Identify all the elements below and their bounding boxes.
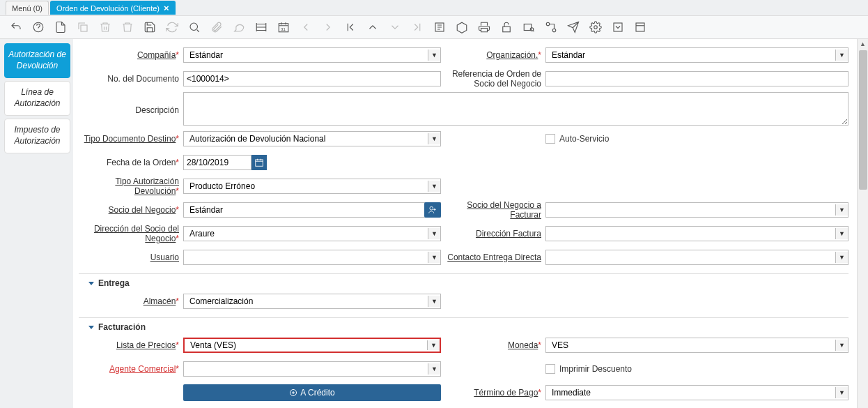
sidetab-autorizacion[interactable]: Autorización de Devolución [4,43,70,78]
fecha-orden-input[interactable] [183,155,251,170]
chevron-down-icon[interactable]: ▼ [835,252,848,263]
direccion-socio-input[interactable] [187,228,428,239]
socio-negocio-input[interactable] [187,204,423,216]
label-direccion-factura: Dirección Factura [441,229,545,239]
attachment-icon[interactable] [209,20,224,35]
chevron-down-icon[interactable]: ▼ [835,340,848,351]
send-icon[interactable] [566,20,581,35]
compania-field[interactable]: ▼ [183,47,441,63]
archive-icon[interactable] [454,20,470,35]
tipo-autorizacion-field[interactable]: ▼ [183,179,441,194]
chevron-down-icon[interactable]: ▼ [428,363,440,375]
checkbox-box[interactable] [545,134,555,144]
chevron-down-icon[interactable]: ▼ [428,133,440,144]
agente-comercial-input[interactable] [187,363,428,375]
scroll-thumb[interactable] [859,50,867,190]
delete-all-icon[interactable] [120,20,135,35]
chevron-down-icon[interactable]: ▼ [428,252,440,263]
lista-precios-input[interactable] [187,340,427,350]
moneda-field[interactable]: ▼ [545,338,848,353]
first-icon[interactable] [343,20,358,35]
tipo-doc-destino-field[interactable]: ▼ [183,131,441,146]
new-icon[interactable] [53,20,68,35]
label-lista-precios: Lista de Precios* [79,340,183,350]
section-entrega[interactable]: Entrega [79,273,848,291]
usuario-field[interactable]: ▼ [183,250,441,265]
a-credito-button[interactable]: A Crédito [183,384,441,401]
imprimir-descuento-label: Imprimir Descuento [559,364,632,374]
tipo-autorizacion-input[interactable] [187,181,428,192]
agente-comercial-field[interactable]: ▼ [183,361,441,377]
contacto-entrega-input[interactable] [549,252,835,263]
lista-precios-field[interactable]: ▼ [183,338,441,353]
tab-menu[interactable]: Menú (0) [6,1,49,15]
chevron-down-icon[interactable]: ▼ [428,296,440,307]
svg-point-10 [552,29,556,32]
checkbox-box[interactable] [545,364,555,374]
print-icon[interactable] [476,20,492,35]
scroll-up-icon[interactable]: ▲ [858,39,868,49]
socio-facturar-input[interactable] [549,204,835,216]
chat-icon[interactable] [231,20,247,35]
prev-icon[interactable] [298,20,313,35]
sidetab-linea[interactable]: Línea de Autorización [4,81,70,116]
almacen-input[interactable] [187,296,428,307]
organizacion-input[interactable] [549,50,835,61]
almacen-field[interactable]: ▼ [183,294,441,309]
chevron-down-icon[interactable]: ▼ [428,50,440,61]
sidetab-impuesto[interactable]: Impuesto de Autorización [4,119,70,153]
moneda-input[interactable] [549,340,835,351]
tab-orden-devolucion[interactable]: Orden de Devolución (Cliente) × [50,1,176,15]
chevron-down-icon[interactable]: ▼ [428,181,440,192]
undo-icon[interactable] [8,20,24,35]
termino-pago-input[interactable] [549,387,835,398]
process-icon[interactable] [610,20,626,35]
calendar-icon[interactable]: 31 [276,20,291,35]
copy-icon[interactable] [75,20,91,35]
contacto-entrega-field[interactable]: ▼ [545,250,848,265]
tipo-doc-destino-input[interactable] [187,133,428,144]
delete-icon[interactable] [98,20,113,35]
fecha-orden-field[interactable] [183,155,267,170]
lock-icon[interactable] [499,20,514,35]
auto-servicio-checkbox[interactable]: Auto-Servicio [545,134,609,144]
compania-input[interactable] [187,50,428,61]
chevron-down-icon[interactable]: ▼ [835,204,848,216]
socio-negocio-field[interactable] [183,202,441,218]
usuario-input[interactable] [187,252,428,263]
next-icon[interactable] [320,20,336,35]
search-icon[interactable] [187,20,202,35]
chevron-down-icon[interactable]: ▼ [835,50,848,61]
up-icon[interactable] [365,20,380,35]
help-icon[interactable] [31,20,46,35]
chevron-down-icon[interactable]: ▼ [835,228,848,239]
descripcion-input[interactable] [183,92,848,126]
chevron-down-icon[interactable]: ▼ [835,387,848,398]
chevron-down-icon[interactable]: ▼ [427,340,440,350]
report-icon[interactable] [432,20,447,35]
calendar-icon[interactable] [251,155,267,170]
organizacion-field[interactable]: ▼ [545,47,848,63]
imprimir-descuento-checkbox[interactable]: Imprimir Descuento [545,364,632,374]
direccion-factura-input[interactable] [549,228,835,239]
section-facturacion[interactable]: Facturación [79,317,848,335]
partner-search-icon[interactable] [424,202,441,218]
form-icon[interactable] [633,20,648,35]
direccion-socio-field[interactable]: ▼ [183,226,441,241]
workflow-icon[interactable] [543,20,559,35]
refresh-icon[interactable] [164,20,180,35]
direccion-factura-field[interactable]: ▼ [545,226,848,241]
zoom-icon[interactable] [521,20,536,35]
gear-icon[interactable] [588,20,603,35]
last-icon[interactable] [410,20,425,35]
down-icon[interactable] [387,20,403,35]
ref-orden-socio-input[interactable] [545,71,848,86]
termino-pago-field[interactable]: ▼ [545,385,848,400]
socio-facturar-field[interactable]: ▼ [545,202,848,218]
chevron-down-icon[interactable]: ▼ [428,228,440,239]
grid-icon[interactable] [254,20,269,35]
close-icon[interactable]: × [164,3,169,13]
save-icon[interactable] [142,20,157,35]
num-documento-input[interactable] [183,71,441,86]
vertical-scrollbar[interactable]: ▲ [857,39,868,408]
